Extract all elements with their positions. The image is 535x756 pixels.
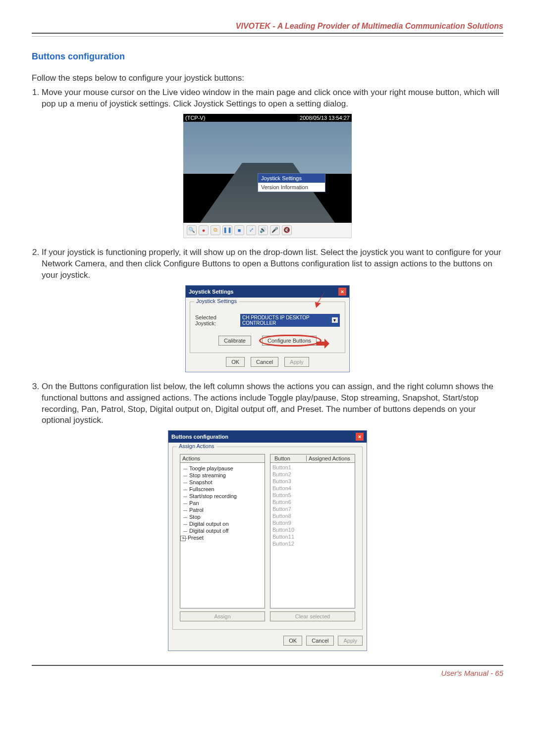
joystick-settings-dialog: Joystick Settings × Joystick Settings Se… (185, 285, 350, 372)
steps-list-cont2: On the Buttons configuration list below,… (32, 381, 503, 427)
action-item[interactable]: Digital output on (189, 520, 264, 527)
actions-panel: Actions Toogle play/pause Stop streaming… (180, 454, 265, 608)
step-2: If your joystick is functioning properly… (42, 247, 503, 281)
list-item[interactable]: Button5 (272, 492, 353, 499)
button-column-header: Button (272, 455, 307, 461)
list-item[interactable]: Button4 (272, 485, 353, 492)
ok-button[interactable]: OK (283, 636, 302, 646)
action-item[interactable]: Patrol (189, 506, 264, 513)
action-item[interactable]: Fullscreen (189, 486, 264, 493)
action-item[interactable]: Digital output off (189, 527, 264, 534)
video-protocol-label: (TCP-V) (185, 115, 205, 121)
list-item[interactable]: Button6 (272, 499, 353, 506)
page-header: VIVOTEK - A Leading Provider of Multimed… (32, 22, 503, 34)
section-title: Buttons configuration (32, 51, 503, 62)
action-item[interactable]: Stop streaming (189, 472, 264, 479)
close-icon[interactable]: × (356, 433, 364, 441)
actions-tree[interactable]: Toogle play/pause Stop streaming Snapsho… (180, 463, 265, 544)
live-video-window: (TCP-V) 2008/05/13 13:54:27 Joystick Set… (183, 114, 352, 238)
context-menu[interactable]: Joystick Settings Version Information (258, 173, 325, 192)
list-item[interactable]: Button7 (272, 506, 353, 513)
list-item[interactable]: Button11 (272, 534, 353, 541)
list-item[interactable]: Button8 (272, 513, 353, 520)
action-item[interactable]: Snapshot (189, 479, 264, 486)
mic-off-icon[interactable]: 🔇 (282, 225, 292, 235)
assigned-panel: Button Assigned Actions Button1 Button2 … (270, 454, 355, 608)
actions-header: Actions (180, 454, 265, 463)
arrow-annotation-icon (317, 339, 329, 349)
joystick-dropdown[interactable]: CH PRODUCTS IP DESKTOP CONTROLLER ▾ (240, 314, 340, 327)
action-item[interactable]: Toogle play/pause (189, 465, 264, 472)
list-item[interactable]: Button9 (272, 520, 353, 527)
step-1: Move your mouse cursor on the Live video… (42, 87, 503, 110)
steps-list-cont: If your joystick is functioning properly… (32, 247, 503, 281)
footer-text: User's Manual - 65 (441, 669, 503, 677)
magnifier-icon[interactable]: 🔍 (187, 225, 197, 235)
assigned-actions-column-header: Assigned Actions (307, 455, 353, 461)
list-item[interactable]: Button1 (272, 464, 353, 471)
video-toolbar: 🔍 ● ⧉ ❚❚ ■ ⤢ 🔊 🎤 🔇 (183, 223, 352, 238)
clear-selected-button[interactable]: Clear selected (270, 611, 355, 621)
snapshot-icon[interactable]: ⧉ (211, 225, 220, 235)
page-footer: User's Manual - 65 (32, 665, 503, 677)
buttons-dialog-title: Buttons configuration (171, 434, 228, 440)
mic-on-icon[interactable]: 🎤 (270, 225, 280, 235)
apply-button[interactable]: Apply (284, 357, 309, 367)
selected-joystick-label: Selected Joystick: (195, 314, 237, 326)
pause-icon[interactable]: ❚❚ (222, 225, 232, 235)
arrow-annotation-icon (309, 288, 329, 308)
context-menu-version-info[interactable]: Version Information (258, 183, 325, 192)
joystick-dialog-title: Joystick Settings (189, 289, 233, 295)
context-menu-joystick-settings[interactable]: Joystick Settings (258, 174, 325, 183)
action-preset-expandable[interactable]: +Preset (189, 534, 264, 542)
chevron-down-icon[interactable]: ▾ (332, 317, 338, 323)
steps-list: Move your mouse cursor on the Live video… (32, 87, 503, 110)
calibrate-button[interactable]: Calibrate (218, 336, 251, 346)
configure-buttons-button[interactable]: Configure Buttons (262, 336, 317, 346)
list-item[interactable]: Button2 (272, 471, 353, 478)
stop-icon[interactable]: ■ (234, 225, 244, 235)
action-item[interactable]: Stop (189, 513, 264, 520)
volume-icon[interactable]: 🔊 (258, 225, 268, 235)
video-timestamp: 2008/05/13 13:54:27 (300, 115, 350, 121)
assign-button[interactable]: Assign (180, 611, 265, 621)
header-subline (32, 36, 503, 37)
buttons-config-dialog: Buttons configuration × Assign Actions A… (168, 430, 367, 651)
list-item[interactable]: Button3 (272, 478, 353, 485)
assign-actions-label: Assign Actions (177, 443, 216, 449)
close-icon[interactable]: × (338, 288, 346, 296)
record-icon[interactable]: ● (199, 225, 209, 235)
cancel-button[interactable]: Cancel (251, 357, 278, 367)
apply-button[interactable]: Apply (338, 636, 363, 646)
expand-icon[interactable]: ⤢ (246, 225, 256, 235)
action-item[interactable]: Start/stop recording (189, 493, 264, 500)
action-item-label: Preset (188, 535, 204, 541)
list-item[interactable]: Button12 (272, 541, 353, 548)
intro-text: Follow the steps below to configure your… (32, 73, 503, 84)
joystick-group-label: Joystick Settings (194, 298, 239, 304)
action-item[interactable]: Pan (189, 500, 264, 506)
joystick-dropdown-value: CH PRODUCTS IP DESKTOP CONTROLLER (242, 315, 332, 326)
ok-button[interactable]: OK (226, 357, 245, 367)
list-item[interactable]: Button10 (272, 527, 353, 534)
header-company-line: VIVOTEK - A Leading Provider of Multimed… (236, 22, 503, 30)
buttons-list[interactable]: Button1 Button2 Button3 Button4 Button5 … (270, 463, 355, 549)
plus-icon[interactable]: + (180, 536, 186, 541)
cancel-button[interactable]: Cancel (306, 636, 334, 646)
step-3: On the Buttons configuration list below,… (42, 381, 503, 427)
